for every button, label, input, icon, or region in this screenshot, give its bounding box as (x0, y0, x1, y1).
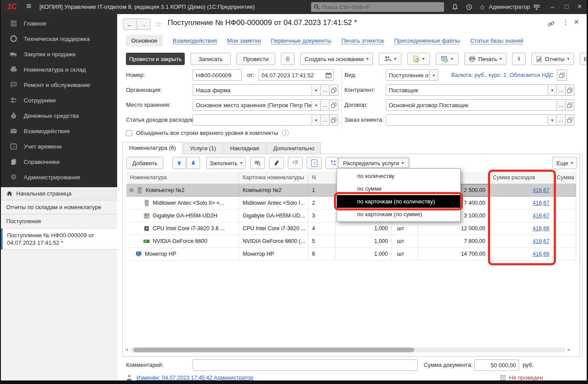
cell-total[interactable] (553, 197, 576, 210)
column-header-expenses[interactable]: Сумма расходов (489, 172, 553, 184)
expenses-link[interactable]: 416,67 (533, 235, 549, 247)
sidebar-item-tech-support[interactable]: Техническая поддержка (1, 31, 117, 47)
column-header-nomenclature[interactable]: Номенклатура (126, 172, 239, 184)
hamburger-icon[interactable]: ≡ (26, 1, 31, 11)
cell-amount[interactable]: 14 700,00 (418, 248, 489, 261)
sidebar-item-employees[interactable]: Сотрудники (1, 93, 117, 108)
income-expense-field[interactable] (193, 114, 312, 126)
cell-card[interactable]: Gigabyte GA-H55M-UD... (239, 210, 308, 222)
customer-order-open-button[interactable] (565, 114, 574, 126)
copy-link-icon[interactable] (547, 20, 555, 28)
cell-amount[interactable]: 7 800,00 (418, 235, 489, 248)
tasks-schedule-button[interactable]: ▾ (436, 53, 459, 65)
number-field[interactable]: НФ00-000009 (193, 69, 242, 81)
reports-button[interactable]: Отчеты▾ (531, 53, 574, 65)
cell-card[interactable]: NVIDIA GeForce 6600 (... (239, 235, 308, 248)
cell-nomenclature[interactable]: CPU Intel Core i7-3820 3.6 ... (126, 222, 239, 235)
contractor-open-button[interactable] (565, 84, 574, 96)
document-reminder-button[interactable]: ▾ (407, 53, 430, 65)
cell-total[interactable] (553, 184, 576, 197)
table-more-button[interactable]: Еще▾ (552, 157, 577, 169)
cell-total[interactable] (553, 222, 576, 235)
service-settings-icon[interactable] (512, 53, 526, 65)
cell-card[interactable]: Miditower Antec <Solo I... (239, 197, 308, 210)
menu-item-by-cards-quantity[interactable]: по карточкам (по количеству) (337, 195, 460, 208)
contractor-choose-button[interactable]: … (556, 84, 566, 96)
cell-n[interactable]: 5 (308, 235, 336, 248)
cell-qty[interactable]: 1,000 (336, 235, 392, 248)
column-header-total[interactable]: Сумма (553, 172, 576, 184)
contractor-field[interactable]: Поставщик (386, 84, 548, 96)
forward-button[interactable]: → (136, 18, 151, 30)
create-based-on-button[interactable]: Создать на основании▾ (300, 53, 373, 65)
cell-nomenclature[interactable]: Монитор HP (126, 248, 239, 261)
sidebar-item-purchases-sales[interactable]: Закупки и продажи (1, 47, 117, 62)
barcode-search-icon[interactable] (250, 157, 265, 169)
more-button[interactable]: Еще▾ (580, 53, 587, 65)
maximize-button[interactable]: □ (560, 0, 573, 14)
info-icon[interactable]: i (282, 130, 289, 136)
sidebar-item-current-receipt[interactable]: Поступление № НФ00-000009 от 04.07.2023 … (1, 228, 117, 250)
back-button[interactable]: ← (123, 18, 137, 30)
customer-order-dropdown-button[interactable]: ▾ (548, 114, 557, 126)
expenses-link[interactable]: 416,66 (533, 222, 549, 235)
tab-knowledge-base[interactable]: Статьи базы знаний (470, 37, 523, 44)
tab-nomenclature[interactable]: Номенклатура (6) (122, 142, 183, 154)
currency-open-button[interactable] (557, 69, 567, 81)
collapse-icon[interactable]: ⊖ (129, 184, 134, 196)
contract-field[interactable]: Основной договор Поставщик (386, 99, 557, 111)
income-expense-open-button[interactable] (329, 114, 338, 126)
sidebar-item-stock[interactable]: Номенклатура и склад (1, 62, 117, 77)
cell-total[interactable] (553, 210, 576, 222)
cell-amount[interactable]: 12 000,00 (418, 222, 489, 235)
row-height-icon[interactable]: ↕ (307, 157, 322, 169)
organization-choose-button[interactable]: … (320, 84, 330, 96)
table-row[interactable]: CPU Intel Core i7-3820 3.6 ... CPU Intel… (126, 222, 577, 235)
search-input[interactable] (322, 4, 441, 11)
cell-card[interactable]: Компьютер №2 (239, 184, 308, 197)
cell-total[interactable] (553, 235, 576, 248)
expenses-link[interactable]: 416,67 (533, 184, 549, 196)
storage-open-button[interactable] (329, 99, 338, 111)
scanner-icon[interactable] (269, 157, 284, 169)
cell-expenses[interactable]: 416,67 (489, 197, 553, 210)
cell-unit[interactable]: шт (392, 248, 418, 261)
cell-expenses[interactable]: 416,66 (489, 222, 553, 235)
cell-nomenclature[interactable]: Miditower Antec <Solo II> <... (126, 197, 239, 210)
column-header-n[interactable]: N (308, 172, 336, 184)
sidebar-item-interactions[interactable]: Взаимодействия (1, 123, 117, 139)
calendar-picker-icon[interactable] (325, 72, 332, 79)
print-button[interactable]: Печать▾ (464, 53, 506, 65)
add-row-button[interactable]: Добавить (126, 157, 163, 169)
scroll-right-icon[interactable]: ▸ (568, 347, 570, 352)
organization-field[interactable]: Наша фирма (193, 84, 312, 96)
cell-n[interactable]: 3 (308, 210, 336, 222)
sidebar-item-time-tracking[interactable]: 7Учет времени (1, 139, 117, 154)
cell-n[interactable]: 1 (308, 184, 336, 197)
tab-primary-documents[interactable]: Первичные документы (271, 37, 331, 44)
main-menu-icon[interactable] (532, 3, 541, 11)
favorites-star-icon[interactable]: ☆ (477, 3, 487, 11)
distribute-services-button[interactable]: Распределить услуги▾ (337, 157, 410, 169)
date-field[interactable]: 04.07.2023 17:41:52 (258, 69, 334, 81)
move-down-button[interactable] (186, 157, 200, 169)
favorite-star-icon[interactable]: ☆ (155, 19, 162, 29)
tab-services[interactable]: Услуги (1) (183, 142, 222, 154)
sidebar-item-money[interactable]: SДенежные средства (1, 108, 117, 123)
contract-open-button[interactable] (565, 99, 574, 111)
cell-n[interactable]: 6 (308, 248, 336, 261)
currency-info-link[interactable]: Валюта: руб., курс: 1; Облагается НДС (444, 72, 554, 78)
add-contact-button[interactable]: ▾ (379, 53, 402, 65)
column-header-card[interactable]: Карточка номенклатуры (239, 172, 308, 184)
horizontal-scrollbar[interactable] (131, 348, 566, 352)
comment-field[interactable] (193, 359, 418, 371)
income-expense-dropdown-button[interactable]: ▾ (312, 114, 321, 126)
tab-main[interactable]: Основное (126, 35, 163, 47)
tab-additional[interactable]: Дополнительно (267, 142, 321, 154)
kind-dropdown-button[interactable]: ▾ (429, 69, 438, 81)
combine-checkbox[interactable] (126, 130, 132, 136)
cell-qty[interactable]: 1,000 (336, 248, 392, 261)
contractor-dropdown-button[interactable]: ▾ (548, 84, 557, 96)
expenses-link[interactable]: 416,67 (533, 210, 549, 222)
table-row[interactable]: NVIDIA GeForce 6600 NVIDIA GeForce 6600 … (126, 235, 577, 248)
